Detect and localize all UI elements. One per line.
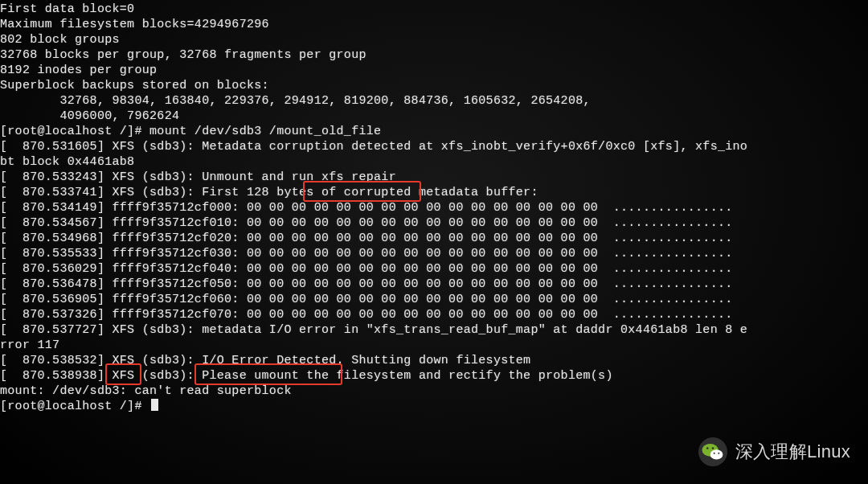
terminal-line: [ 870.533243] XFS (sdb3): Unmount and ru… bbox=[0, 170, 868, 185]
terminal-line: [ 870.536029] ffff9f35712cf040: 00 00 00… bbox=[0, 261, 868, 277]
terminal-line: [ 870.537326] ffff9f35712cf070: 00 00 00… bbox=[0, 307, 868, 322]
wechat-icon bbox=[698, 437, 727, 466]
terminal-line: [ 870.531605] XFS (sdb3): Metadata corru… bbox=[0, 139, 868, 154]
terminal-line: 4096000, 7962624 bbox=[0, 109, 868, 124]
terminal-line: [ 870.538938] XFS (sdb3): Please umount … bbox=[0, 368, 868, 384]
terminal-line: mount: /dev/sdb3: can't read superblock bbox=[0, 384, 868, 399]
terminal-line: [ 870.538532] XFS (sdb3): I/O Error Dete… bbox=[0, 353, 868, 368]
terminal-line: [ 870.534149] ffff9f35712cf000: 00 00 00… bbox=[0, 200, 868, 215]
svg-point-6 bbox=[718, 453, 719, 454]
terminal-line: [ 870.533741] XFS (sdb3): First 128 byte… bbox=[0, 185, 868, 200]
terminal-line: [root@localhost /]# bbox=[0, 399, 868, 414]
terminal-line: bt block 0x4461ab8 bbox=[0, 154, 868, 170]
watermark: 深入理解Linux bbox=[698, 437, 850, 466]
terminal-line: Maximum filesystem blocks=4294967296 bbox=[0, 17, 868, 32]
svg-point-3 bbox=[706, 447, 709, 449]
terminal-line: 32768 blocks per group, 32768 fragments … bbox=[0, 47, 868, 63]
terminal-line: rror 117 bbox=[0, 338, 868, 353]
terminal-line: 802 block groups bbox=[0, 32, 868, 47]
watermark-text: 深入理解Linux bbox=[735, 440, 850, 464]
terminal-line: [ 870.534567] ffff9f35712cf010: 00 00 00… bbox=[0, 215, 868, 231]
terminal-line: [root@localhost /]# mount /dev/sdb3 /mou… bbox=[0, 124, 868, 139]
terminal-line: [ 870.535533] ffff9f35712cf030: 00 00 00… bbox=[0, 246, 868, 261]
terminal-output: First data block=0Maximum filesystem blo… bbox=[0, 2, 868, 414]
terminal-line: [ 870.536905] ffff9f35712cf060: 00 00 00… bbox=[0, 292, 868, 307]
terminal-line: [ 870.537727] XFS (sdb3): metadata I/O e… bbox=[0, 322, 868, 338]
cursor bbox=[151, 399, 158, 411]
terminal-screen[interactable]: First data block=0Maximum filesystem blo… bbox=[0, 0, 868, 484]
terminal-line: 32768, 98304, 163840, 229376, 294912, 81… bbox=[0, 93, 868, 109]
terminal-line: [ 870.536478] ffff9f35712cf050: 00 00 00… bbox=[0, 277, 868, 292]
svg-point-4 bbox=[711, 447, 714, 449]
terminal-line: Superblock backups stored on blocks: bbox=[0, 78, 868, 93]
terminal-line: 8192 inodes per group bbox=[0, 63, 868, 78]
svg-point-2 bbox=[710, 449, 723, 459]
terminal-line: First data block=0 bbox=[0, 2, 868, 17]
terminal-line: [ 870.534968] ffff9f35712cf020: 00 00 00… bbox=[0, 231, 868, 246]
svg-point-5 bbox=[713, 453, 714, 454]
